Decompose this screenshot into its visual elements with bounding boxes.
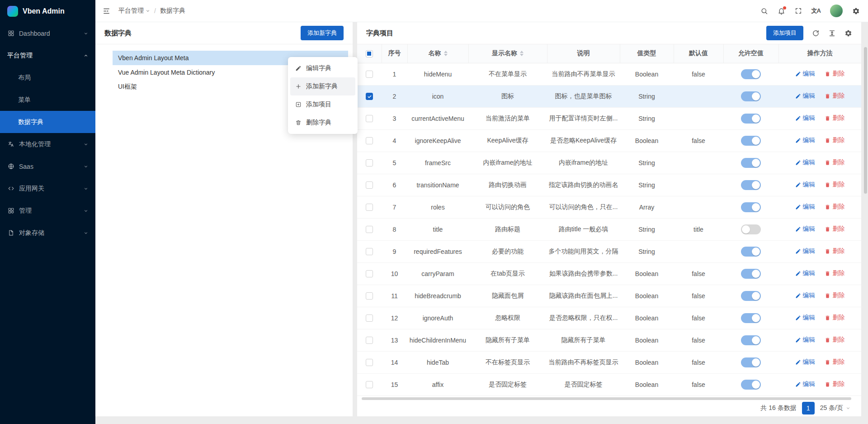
edit-link[interactable]: 编辑 xyxy=(795,70,815,78)
delete-link[interactable]: 删除 xyxy=(825,70,844,78)
allow-null-toggle[interactable] xyxy=(741,202,761,212)
allow-null-toggle[interactable] xyxy=(741,158,761,168)
breadcrumb-item-platform[interactable]: 平台管理 xyxy=(118,7,150,15)
select-all-checkbox[interactable] xyxy=(366,50,373,57)
fullscreen-icon[interactable] xyxy=(795,7,802,14)
edit-link[interactable]: 编辑 xyxy=(795,225,815,233)
column-header[interactable]: 名称 xyxy=(407,44,468,63)
allow-null-toggle[interactable] xyxy=(741,313,761,323)
allow-null-toggle[interactable] xyxy=(741,291,761,301)
sort-icon[interactable] xyxy=(520,51,524,56)
add-item-button[interactable]: 添加项目 xyxy=(766,26,803,40)
edit-link[interactable]: 编辑 xyxy=(795,136,815,144)
row-checkbox[interactable] xyxy=(366,292,373,300)
edit-link[interactable]: 编辑 xyxy=(795,158,815,167)
delete-link[interactable]: 删除 xyxy=(825,291,844,300)
allow-null-toggle[interactable] xyxy=(741,91,761,101)
row-checkbox[interactable] xyxy=(366,93,373,100)
sidebar-item-dashboard[interactable]: Dashboard xyxy=(0,22,95,44)
page-size-select[interactable]: 25 条/页 xyxy=(820,404,850,412)
row-checkbox[interactable] xyxy=(366,71,373,78)
refresh-icon[interactable] xyxy=(812,29,820,37)
delete-link[interactable]: 删除 xyxy=(825,181,844,189)
settings-gear-icon[interactable] xyxy=(844,29,852,37)
row-checkbox[interactable] xyxy=(366,204,373,211)
edit-link[interactable]: 编辑 xyxy=(795,181,815,189)
delete-link[interactable]: 删除 xyxy=(825,358,844,366)
edit-link[interactable]: 编辑 xyxy=(795,92,815,100)
delete-link[interactable]: 删除 xyxy=(825,136,844,144)
edit-link[interactable]: 编辑 xyxy=(795,269,815,277)
delete-link[interactable]: 删除 xyxy=(825,336,844,344)
edit-link[interactable]: 编辑 xyxy=(795,314,815,322)
context-menu-item[interactable]: 删除字典 xyxy=(290,114,355,132)
row-checkbox[interactable] xyxy=(366,314,373,322)
edit-link[interactable]: 编辑 xyxy=(795,114,815,122)
row-height-icon[interactable] xyxy=(828,29,836,37)
sidebar-item-gateway[interactable]: 应用网关 xyxy=(0,177,95,200)
user-avatar[interactable] xyxy=(830,5,843,17)
delete-link[interactable]: 删除 xyxy=(825,314,844,322)
allow-null-toggle[interactable] xyxy=(741,380,761,390)
row-checkbox[interactable] xyxy=(366,226,373,233)
allow-null-toggle[interactable] xyxy=(741,69,761,79)
delete-link[interactable]: 删除 xyxy=(825,158,844,167)
delete-link[interactable]: 删除 xyxy=(825,92,844,100)
row-checkbox[interactable] xyxy=(366,115,373,122)
pencil-icon xyxy=(795,115,801,121)
table-row: 15 affix 是否固定标签 是否固定标签 Boolean false 编辑 … xyxy=(357,373,861,395)
add-dictionary-button[interactable]: 添加新字典 xyxy=(301,26,344,40)
page-button-1[interactable]: 1 xyxy=(802,402,815,414)
edit-link[interactable]: 编辑 xyxy=(795,291,815,300)
context-menu-item[interactable]: 编辑字典 xyxy=(290,59,355,77)
edit-link[interactable]: 编辑 xyxy=(795,336,815,344)
allow-null-toggle[interactable] xyxy=(741,335,761,345)
allow-null-toggle[interactable] xyxy=(741,136,761,146)
row-checkbox[interactable] xyxy=(366,248,373,255)
sidebar-item-saas[interactable]: Saas xyxy=(0,155,95,177)
sidebar-collapse-icon[interactable] xyxy=(103,7,110,15)
allow-null-toggle[interactable] xyxy=(741,269,761,279)
sidebar-item-platform[interactable]: 平台管理 xyxy=(0,44,95,67)
sidebar-item-management[interactable]: 管理 xyxy=(0,200,95,222)
vertical-scrollbar[interactable] xyxy=(864,47,867,194)
row-checkbox[interactable] xyxy=(366,137,373,144)
edit-link[interactable]: 编辑 xyxy=(795,358,815,366)
delete-link[interactable]: 删除 xyxy=(825,225,844,233)
row-checkbox[interactable] xyxy=(366,359,373,366)
context-menu-item[interactable]: 添加项目 xyxy=(290,95,355,114)
delete-link[interactable]: 删除 xyxy=(825,114,844,122)
app-logo[interactable]: Vben Admin xyxy=(0,0,95,22)
cell-name: ignoreKeepAlive xyxy=(407,129,468,152)
notification-bell-icon[interactable] xyxy=(778,7,785,15)
row-checkbox[interactable] xyxy=(366,159,373,167)
allow-null-toggle[interactable] xyxy=(741,357,761,367)
column-header[interactable]: 显示名称 xyxy=(468,44,547,63)
sidebar-item-menu[interactable]: 菜单 xyxy=(0,89,95,111)
allow-null-toggle[interactable] xyxy=(741,114,761,124)
sidebar-item-storage[interactable]: 对象存储 xyxy=(0,222,95,244)
delete-link[interactable]: 删除 xyxy=(825,380,844,388)
sidebar-item-data-dictionary[interactable]: 数据字典 xyxy=(0,111,95,133)
sidebar-item-localization[interactable]: 本地化管理 xyxy=(0,133,95,155)
context-menu-item[interactable]: 添加新字典 xyxy=(290,77,355,95)
row-checkbox[interactable] xyxy=(366,270,373,277)
allow-null-toggle[interactable] xyxy=(741,247,761,257)
row-checkbox[interactable] xyxy=(366,337,373,344)
row-checkbox[interactable] xyxy=(366,181,373,189)
delete-link[interactable]: 删除 xyxy=(825,269,844,277)
allow-null-toggle[interactable] xyxy=(741,180,761,190)
delete-link[interactable]: 删除 xyxy=(825,247,844,255)
breadcrumb-item-current[interactable]: 数据字典 xyxy=(160,7,185,15)
edit-link[interactable]: 编辑 xyxy=(795,247,815,255)
search-icon[interactable] xyxy=(760,7,768,15)
allow-null-toggle[interactable] xyxy=(741,224,761,234)
translate-icon[interactable]: 文A xyxy=(811,7,821,15)
sort-icon[interactable] xyxy=(444,51,448,56)
sidebar-item-layout[interactable]: 布局 xyxy=(0,67,95,89)
edit-link[interactable]: 编辑 xyxy=(795,203,815,211)
delete-link[interactable]: 删除 xyxy=(825,203,844,211)
edit-link[interactable]: 编辑 xyxy=(795,380,815,388)
settings-gear-icon[interactable] xyxy=(852,7,860,15)
row-checkbox[interactable] xyxy=(366,381,373,388)
